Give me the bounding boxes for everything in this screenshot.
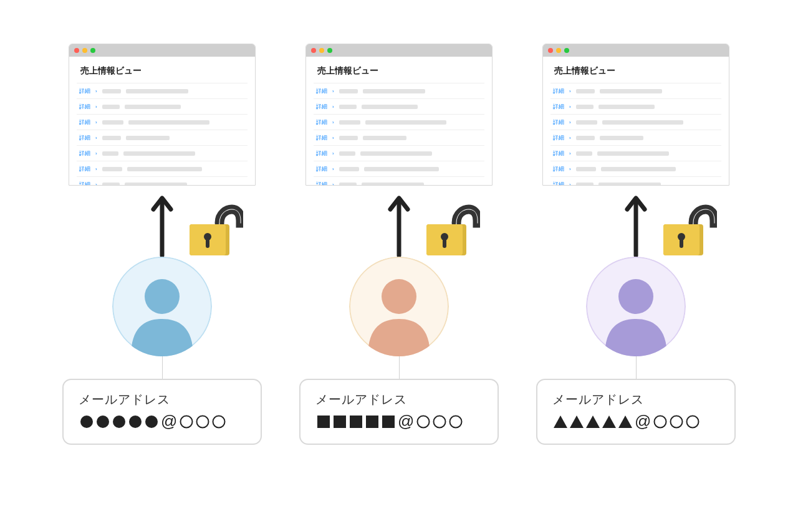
mask-triangle-icon xyxy=(585,415,601,429)
traffic-light-zoom-icon xyxy=(90,48,95,53)
mask-triangle-icon xyxy=(601,415,617,429)
placeholder-bar xyxy=(123,151,195,156)
mask-square-icon xyxy=(332,415,348,429)
svg-marker-38 xyxy=(570,416,584,428)
detail-link[interactable]: 詳細 xyxy=(553,87,564,95)
traffic-light-zoom-icon xyxy=(564,48,569,53)
mask-hollow-circle-icon xyxy=(431,415,448,429)
placeholder-bar xyxy=(360,151,432,156)
placeholder-bar xyxy=(339,89,358,93)
email-masked-value: @ xyxy=(315,412,483,431)
placeholder-bar xyxy=(126,136,170,140)
traffic-light-zoom-icon xyxy=(327,48,332,53)
chevron-right-icon: › xyxy=(569,166,571,172)
mask-circle-icon xyxy=(79,415,95,429)
connector-line xyxy=(399,356,400,379)
detail-link[interactable]: 詳細 xyxy=(553,165,564,173)
access-arrow-group xyxy=(69,186,256,260)
detail-link[interactable]: 詳細 xyxy=(316,181,327,186)
email-label: メールアドレス xyxy=(552,391,719,408)
placeholder-bar xyxy=(597,151,669,156)
detail-link[interactable]: 詳細 xyxy=(316,134,327,142)
up-arrow-icon xyxy=(150,191,175,259)
detail-link[interactable]: 詳細 xyxy=(79,118,90,126)
detail-link[interactable]: 詳細 xyxy=(316,118,327,126)
at-symbol: @ xyxy=(160,412,178,431)
placeholder-bar xyxy=(339,105,357,109)
table-row: 詳細 › xyxy=(77,130,248,146)
svg-point-8 xyxy=(97,416,109,428)
chevron-right-icon: › xyxy=(95,88,97,94)
placeholder-bar xyxy=(102,167,122,171)
svg-point-7 xyxy=(80,416,93,428)
mask-square-icon xyxy=(364,415,380,429)
data-table: 詳細 › 詳細 › 詳細 › 詳細 › 詳細 › xyxy=(77,83,248,186)
email-label: メールアドレス xyxy=(315,391,483,408)
connector-line xyxy=(636,356,637,379)
detail-link[interactable]: 詳細 xyxy=(316,150,327,158)
access-arrow-group xyxy=(305,186,493,260)
user-column-3: 売上情報ビュー 詳細 › 詳細 › 詳細 › 詳細 › 詳 xyxy=(536,44,736,445)
user-column-2: 売上情報ビュー 詳細 › 詳細 › 詳細 › 詳細 › 詳 xyxy=(299,44,499,445)
traffic-light-close-icon xyxy=(311,48,316,53)
detail-link[interactable]: 詳細 xyxy=(553,103,564,111)
traffic-light-close-icon xyxy=(74,48,79,53)
table-row: 詳細 › xyxy=(550,130,721,146)
user-avatar xyxy=(349,257,449,356)
chevron-right-icon: › xyxy=(95,151,97,156)
mask-hollow-circle-icon xyxy=(195,415,211,429)
placeholder-bar xyxy=(127,167,202,171)
placeholder-bar xyxy=(598,105,655,109)
mask-hollow-circle-icon xyxy=(178,415,195,429)
data-table: 詳細 › 詳細 › 詳細 › 詳細 › 詳細 › xyxy=(550,83,721,186)
view-title: 売上情報ビュー xyxy=(543,57,729,83)
placeholder-bar xyxy=(125,105,181,109)
mask-square-icon xyxy=(380,415,397,429)
placeholder-bar xyxy=(364,167,439,171)
mask-circle-icon xyxy=(127,415,143,429)
detail-link[interactable]: 詳細 xyxy=(79,165,90,173)
detail-link[interactable]: 詳細 xyxy=(553,118,564,126)
mask-hollow-circle-icon xyxy=(211,415,227,429)
email-card: メールアドレス @ xyxy=(536,379,736,445)
table-row: 詳細 › xyxy=(77,146,248,161)
detail-link[interactable]: 詳細 xyxy=(553,181,564,186)
view-title: 売上情報ビュー xyxy=(69,57,255,83)
table-row: 詳細 › xyxy=(77,83,248,99)
chevron-right-icon: › xyxy=(332,88,334,94)
traffic-light-close-icon xyxy=(548,48,553,53)
placeholder-bar xyxy=(576,167,596,171)
detail-link[interactable]: 詳細 xyxy=(316,103,327,111)
mask-circle-icon xyxy=(143,415,160,429)
placeholder-bar xyxy=(339,120,360,125)
svg-point-36 xyxy=(618,279,653,314)
placeholder-bar xyxy=(128,120,209,125)
data-table: 詳細 › 詳細 › 詳細 › 詳細 › 詳細 › xyxy=(314,83,484,186)
detail-link[interactable]: 詳細 xyxy=(79,181,90,186)
unlocked-lock-icon xyxy=(418,198,480,260)
user-column-1: 売上情報ビュー 詳細 › 詳細 › 詳細 › 詳細 › 詳 xyxy=(62,44,262,445)
detail-link[interactable]: 詳細 xyxy=(316,165,327,173)
unlocked-lock-icon xyxy=(181,198,243,260)
table-row: 詳細 › xyxy=(314,115,484,130)
svg-point-43 xyxy=(671,416,683,427)
table-row: 詳細 › xyxy=(550,146,721,161)
svg-point-27 xyxy=(418,416,430,427)
mask-circle-icon xyxy=(95,415,111,429)
user-avatar xyxy=(586,257,686,356)
placeholder-bar xyxy=(102,151,118,156)
detail-link[interactable]: 詳細 xyxy=(79,103,90,111)
chevron-right-icon: › xyxy=(569,88,571,94)
detail-link[interactable]: 詳細 xyxy=(553,150,564,158)
detail-link[interactable]: 詳細 xyxy=(79,150,90,158)
svg-point-21 xyxy=(382,279,416,314)
mask-triangle-icon xyxy=(617,415,633,429)
placeholder-bar xyxy=(102,105,120,109)
mask-square-icon xyxy=(315,415,332,429)
detail-link[interactable]: 詳細 xyxy=(79,134,90,142)
table-row: 詳細 › xyxy=(314,146,484,161)
detail-link[interactable]: 詳細 xyxy=(79,87,90,95)
detail-link[interactable]: 詳細 xyxy=(316,87,327,95)
detail-link[interactable]: 詳細 xyxy=(553,134,564,142)
table-row: 詳細 › xyxy=(77,177,248,186)
